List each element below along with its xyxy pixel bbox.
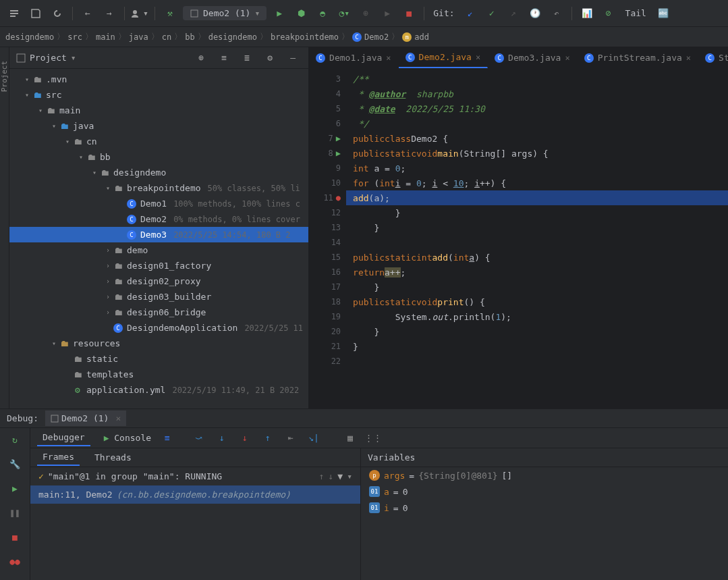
tree-node[interactable]: ▾🖿resources [9, 336, 308, 351]
evaluate-icon[interactable]: ▦ [343, 431, 358, 446]
tree-node[interactable]: ▾🖿main [9, 103, 308, 118]
editor-tab[interactable]: CDemo3.java× [488, 47, 578, 68]
resume-icon[interactable]: ▶ [7, 481, 22, 496]
translate-icon[interactable]: 🔤 [654, 5, 672, 22]
step-icon[interactable]: ▶ [379, 5, 396, 22]
project-tree[interactable]: ▾🖿.mvn▾🖿src▾🖿main▾🖿java▾🖿cn▾🖿bb▾🖿designd… [9, 69, 308, 408]
project-toolwindow-button[interactable]: Project [0, 61, 9, 92]
filter-icon[interactable]: ▼ [337, 471, 343, 481]
editor-tab[interactable]: CStrin× [698, 47, 728, 68]
crumb-item[interactable]: cn [162, 32, 171, 42]
frame-row[interactable]: main:11, Demo2 (cn.bb.designdemo.breakpo… [30, 485, 360, 504]
crumb-item[interactable]: breakpointdemo [271, 32, 339, 42]
git-push-icon[interactable]: ↗ [505, 5, 522, 22]
editor-tab[interactable]: CPrintStream.java× [578, 47, 698, 68]
step-out-icon[interactable]: ↑ [260, 431, 275, 446]
tree-node[interactable]: ›🖿design02_proxy [9, 273, 308, 289]
tree-node[interactable]: CDemo1100% methods, 100% lines c [9, 196, 308, 211]
editor-tab[interactable]: CDemo1.java× [309, 47, 399, 68]
rerun-icon[interactable]: ↻ [7, 432, 22, 447]
collapse-icon[interactable]: ≣ [238, 49, 256, 67]
tree-node[interactable]: CDemo20% methods, 0% lines cover [9, 211, 308, 227]
crumb-item[interactable]: main [96, 32, 115, 42]
trace-icon[interactable]: ⋮⋮ [366, 431, 381, 446]
crumb-item[interactable]: bb [185, 32, 194, 42]
attach-icon[interactable]: ⊕ [357, 5, 374, 22]
view-breakpoints-icon[interactable]: ●● [7, 554, 22, 569]
debug-icon[interactable]: ⬢ [292, 5, 310, 22]
more-icon[interactable]: ▾ [347, 471, 352, 481]
close-tab-icon[interactable]: × [686, 53, 691, 63]
down-icon[interactable]: ↓ [329, 471, 334, 481]
thread-row[interactable]: ✓ "main"@1 in group "main": RUNNING ↑ ↓ … [30, 467, 360, 485]
open-icon[interactable] [5, 5, 23, 22]
run-to-cursor-icon[interactable]: ↘| [306, 431, 321, 446]
drop-frame-icon[interactable]: ⇤ [283, 431, 298, 446]
frames-tab[interactable]: Frames [37, 449, 80, 466]
forward-icon[interactable]: → [101, 5, 118, 22]
editor-tab[interactable]: CDemo2.java× [399, 47, 488, 68]
stop-debug-icon[interactable]: ■ [7, 529, 22, 544]
crumb-item[interactable]: designdemo [208, 32, 257, 42]
debug-session-tab[interactable]: Demo2 (1) × [45, 411, 126, 426]
stop2-icon[interactable]: ⊘ [600, 5, 617, 22]
tree-node[interactable]: ▾🖿java [9, 118, 308, 134]
tree-node[interactable]: CDesigndemoApplication2022/5/25 11 [9, 320, 308, 336]
tree-node[interactable]: ›🖿design01_factory [9, 258, 308, 273]
crumb-method[interactable]: madd [402, 32, 429, 42]
tree-node[interactable]: ▾🖿breakpointdemo50% classes, 50% li [9, 180, 308, 196]
crumb-item[interactable]: designdemo [5, 32, 54, 42]
tree-node[interactable]: ⚙application.yml2022/5/19 11:49, 21 B 20… [9, 382, 308, 398]
profile-icon[interactable]: ◔▾ [335, 5, 353, 22]
tree-node[interactable]: ›🖿design06_bridge [9, 305, 308, 320]
stop-icon[interactable]: ■ [400, 5, 418, 22]
tree-node[interactable]: ›🖿demo [9, 242, 308, 258]
locate-icon[interactable]: ⊕ [192, 49, 210, 67]
refresh-icon[interactable] [49, 5, 66, 22]
pause-icon[interactable]: ❚❚ [7, 505, 22, 520]
force-step-into-icon[interactable]: ↓ [237, 431, 252, 446]
variable-row[interactable]: 01a = 0 [361, 483, 728, 500]
tree-node[interactable]: CDemo32022/5/25 14:54, 180 B 2 [9, 227, 308, 242]
run-config-selector[interactable]: Demo2 (1) ▾ [183, 6, 267, 20]
console-tab[interactable]: ▶ Console [99, 430, 157, 446]
tree-node[interactable]: ▾🖿bb [9, 149, 308, 165]
project-panel-title[interactable]: Project ▾ [16, 53, 192, 63]
crumb-item[interactable]: src [67, 32, 82, 42]
close-tab-icon[interactable]: × [476, 53, 480, 62]
step-over-icon[interactable]: ⤻ [192, 431, 206, 446]
gear-icon[interactable]: ⚙ [261, 49, 279, 67]
git-commit-icon[interactable]: ✓ [483, 5, 501, 22]
coverage-icon[interactable]: ◓ [314, 5, 331, 22]
debugger-tab[interactable]: Debugger [37, 429, 90, 446]
up-icon[interactable]: ↑ [319, 471, 325, 481]
git-update-icon[interactable]: ↙ [461, 5, 479, 22]
crumb-class[interactable]: CDemo2 [352, 32, 389, 42]
run-icon[interactable]: ▶ [271, 5, 288, 22]
step-into-icon[interactable]: ↓ [215, 431, 229, 446]
expand-icon[interactable]: ≡ [215, 49, 233, 67]
chart-icon[interactable]: 📊 [578, 5, 596, 22]
tree-node[interactable]: 🖿templates [9, 367, 308, 382]
tree-node[interactable]: ▾🖿src [9, 87, 308, 103]
save-icon[interactable] [27, 5, 45, 22]
minimize-icon[interactable]: — [284, 49, 302, 67]
hammer-icon[interactable]: ⚒ [161, 5, 179, 22]
editor-gutter[interactable]: 34567▶8▶91011●1213141516171819202122 [309, 69, 346, 408]
tree-node[interactable]: ▾🖿cn [9, 134, 308, 149]
close-tab-icon[interactable]: × [386, 53, 391, 63]
users-icon[interactable]: ▾ [131, 5, 148, 22]
close-tab-icon[interactable]: × [565, 53, 569, 63]
git-history-icon[interactable]: 🕐 [526, 5, 544, 22]
tree-node[interactable]: ▾🖿.mvn [9, 72, 308, 87]
tree-node[interactable]: 🖿static [9, 351, 308, 367]
modify-icon[interactable]: 🔧 [7, 456, 22, 471]
crumb-item[interactable]: java [129, 32, 148, 42]
back-icon[interactable]: ← [79, 5, 96, 22]
variable-row[interactable]: pargs = {String[0]@801} [] [361, 467, 728, 483]
tree-node[interactable]: ▾🖿designdemo [9, 165, 308, 180]
variable-row[interactable]: 01i = 0 [361, 500, 728, 516]
threads-tab[interactable]: Threads [89, 450, 137, 465]
editor-code[interactable]: /** * @author sharpbb * @date 2022/5/25 … [346, 69, 728, 408]
undo-icon[interactable]: ↶ [548, 5, 565, 22]
